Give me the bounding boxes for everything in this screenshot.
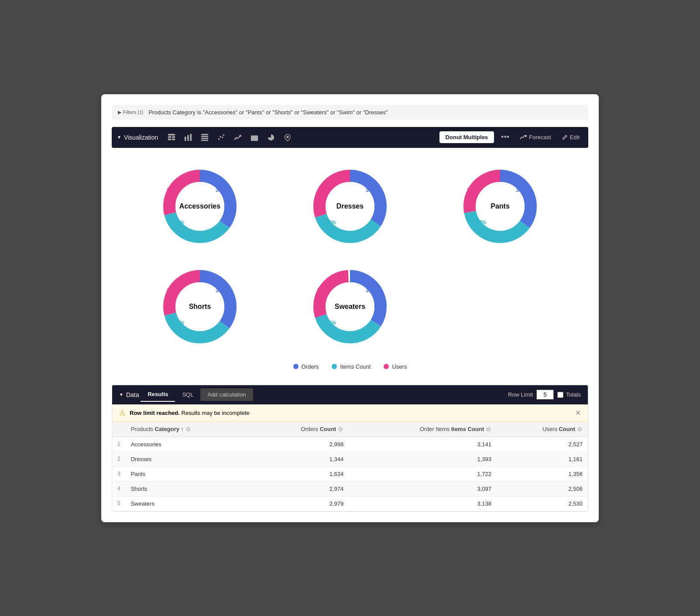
add-calculation-button[interactable]: Add calculation — [200, 388, 253, 401]
svg-rect-8 — [201, 133, 208, 135]
pivot-icon[interactable] — [198, 131, 211, 144]
svg-line-18 — [566, 135, 566, 136]
legend-orders: Orders — [293, 363, 319, 370]
cell-items: 3,138 — [349, 496, 497, 511]
more-options-icon[interactable]: ••• — [498, 131, 513, 144]
svg-point-14 — [222, 137, 223, 138]
cell-orders: 2,979 — [253, 496, 349, 511]
cell-users: 2,527 — [497, 437, 588, 452]
chevron-down-icon: ▼ — [117, 135, 121, 140]
table-row: 1 Accessories 2,998 3,141 2,527 — [112, 437, 588, 452]
forecast-button[interactable]: Forecast — [516, 132, 555, 143]
charts-row-1: Accessories 35% 36% 29% Dresses — [129, 163, 571, 250]
row-limit-input[interactable] — [536, 390, 554, 400]
category-gear-icon[interactable]: ⚙ — [185, 426, 191, 433]
svg-rect-5 — [185, 137, 186, 141]
cell-users: 1,356 — [497, 466, 588, 481]
donut-sweaters: Sweaters 34% 36% 29% — [306, 263, 394, 350]
cell-category: Dresses — [126, 452, 253, 466]
svg-point-12 — [218, 138, 220, 140]
cell-category: Sweaters — [126, 496, 253, 511]
totals-label: Totals — [557, 391, 581, 398]
area-chart-icon[interactable] — [248, 131, 261, 144]
svg-rect-2 — [172, 136, 175, 138]
accessories-orders-pct: 35% — [216, 187, 226, 193]
charts-row-2: Shorts 35% 36% 29% Sweaters 34% — [129, 263, 571, 350]
data-label: ▼ Data — [119, 391, 139, 398]
bar-chart-icon[interactable] — [182, 131, 195, 144]
filter-bar: ▶ Filters (1) Products Category is "Acce… — [112, 105, 588, 120]
svg-point-17 — [287, 136, 289, 138]
th-orders-text: Orders Count — [301, 426, 336, 432]
th-users-text: Users Count — [542, 426, 575, 432]
pie-chart-icon[interactable] — [264, 131, 278, 144]
svg-rect-3 — [168, 138, 171, 140]
accessories-users-pct: 29% — [167, 187, 177, 193]
cell-row-num: 2 — [112, 452, 126, 466]
donut-pants: Pants 35% 37% 29% — [456, 163, 544, 250]
svg-rect-10 — [201, 137, 208, 139]
chart-accessories: Accessories 35% 36% 29% — [129, 163, 271, 250]
sql-tab[interactable]: SQL — [175, 388, 200, 401]
svg-rect-11 — [201, 140, 208, 141]
viz-toolbar: ▼ Visualization — [112, 127, 588, 148]
warning-bar: ⚠ Row limit reached. Results may be inco… — [112, 404, 588, 422]
totals-checkbox[interactable] — [557, 392, 563, 398]
cell-category: Pants — [126, 466, 253, 481]
pants-users-pct: 29% — [467, 187, 477, 193]
warning-icon: ⚠ — [119, 409, 125, 417]
orders-gear-icon[interactable]: ⚙ — [338, 426, 343, 433]
donut-shorts: Shorts 35% 36% 29% — [156, 263, 244, 350]
cell-orders: 2,998 — [253, 437, 349, 452]
chart-pants: Pants 35% 37% 29% — [429, 163, 571, 250]
sweaters-users-pct: 29% — [317, 287, 327, 294]
data-chevron-icon: ▼ — [119, 392, 124, 397]
dresses-users-pct: 30% — [319, 185, 329, 192]
dresses-items-pct: 36% — [326, 219, 336, 226]
legend-items: Items Count — [332, 363, 371, 370]
pants-items-pct: 37% — [476, 219, 486, 226]
th-items-text: Order Items Items Count — [420, 426, 484, 432]
table-row: 3 Pants 1,634 1,722 1,356 — [112, 466, 588, 481]
svg-rect-1 — [168, 136, 171, 138]
donut-dresses: Dresses 34% 36% 30% — [306, 163, 394, 250]
table-row: 5 Sweaters 2,979 3,138 2,530 — [112, 496, 588, 511]
chart-legend: Orders Items Count Users — [129, 363, 571, 370]
viz-label: ▼ Visualization — [117, 134, 158, 141]
donut-dresses-label: Dresses — [336, 202, 364, 210]
charts-area: Accessories 35% 36% 29% Dresses — [112, 158, 588, 385]
row-limit-label: Row Limit — [508, 391, 533, 398]
results-tab[interactable]: Results — [141, 387, 175, 402]
line-chart-icon[interactable] — [231, 131, 244, 144]
edit-button[interactable]: Edit — [558, 132, 583, 142]
main-container: ▶ Filters (1) Products Category is "Acce… — [101, 94, 599, 522]
cell-orders: 1,634 — [253, 466, 349, 481]
cell-items: 1,393 — [349, 452, 497, 466]
accessories-items-pct: 36% — [174, 219, 184, 226]
map-icon[interactable] — [281, 131, 294, 144]
cell-row-num: 3 — [112, 466, 126, 481]
th-users: Users Count ⚙ — [497, 422, 588, 437]
items-gear-icon[interactable]: ⚙ — [486, 426, 491, 433]
dresses-orders-pct: 34% — [366, 187, 376, 193]
warning-close-icon[interactable]: ✕ — [575, 409, 581, 417]
legend-users-dot — [384, 364, 389, 369]
cell-items: 3,097 — [349, 481, 497, 496]
svg-point-13 — [220, 136, 222, 137]
svg-rect-7 — [190, 133, 192, 140]
sweaters-items-pct: 36% — [326, 320, 336, 326]
legend-orders-dot — [293, 364, 299, 369]
cell-row-num: 1 — [112, 437, 126, 452]
data-toolbar: ▼ Data Results SQL Add calculation Row L… — [112, 385, 588, 404]
filter-toggle[interactable]: ▶ Filters (1) — [118, 110, 143, 115]
users-gear-icon[interactable]: ⚙ — [577, 426, 583, 433]
table-view-icon[interactable] — [165, 131, 178, 144]
donut-multiples-button[interactable]: Donut Multiples — [439, 131, 494, 143]
donut-pants-label: Pants — [491, 202, 510, 210]
shorts-users-pct: 29% — [167, 287, 177, 294]
svg-rect-16 — [251, 135, 258, 141]
cell-row-num: 4 — [112, 481, 126, 496]
th-items: Order Items Items Count ⚙ — [349, 422, 497, 437]
scatter-icon[interactable] — [215, 131, 228, 144]
cell-users: 2,506 — [497, 481, 588, 496]
